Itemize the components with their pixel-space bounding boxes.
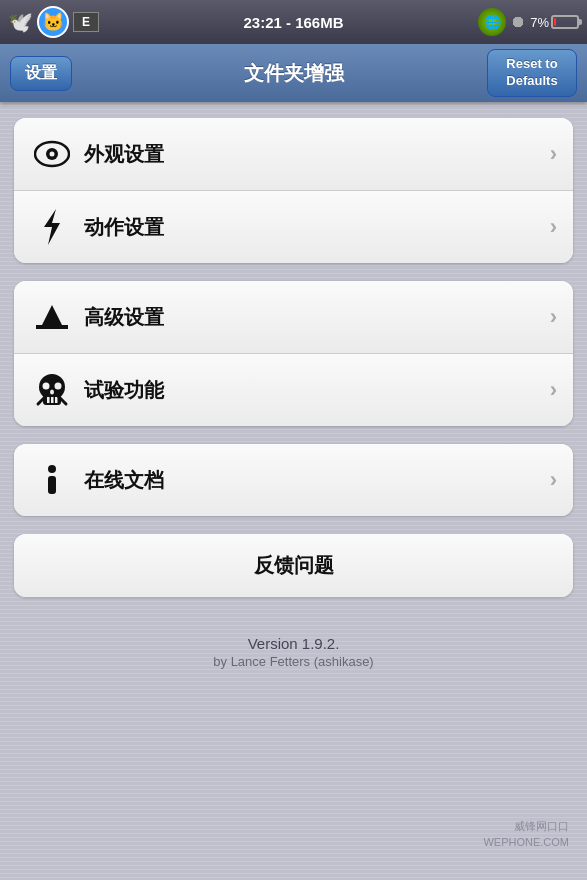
docs-label: 在线文档 <box>84 467 550 494</box>
menu-section-2: 高级设置 › <box>14 281 573 426</box>
docs-chevron: › <box>550 467 557 493</box>
version-info: Version 1.9.2. by Lance Fetters (ashikas… <box>14 615 573 679</box>
status-left-icons: 🕊️ 🐱 E <box>8 6 99 38</box>
menu-section-1: 外观设置 › 动作设置 › <box>14 118 573 263</box>
sb-app-icon: E <box>73 12 99 32</box>
actions-chevron: › <box>550 214 557 240</box>
svg-point-2 <box>50 152 55 157</box>
svg-point-9 <box>50 390 54 395</box>
version-line1: Version 1.9.2. <box>24 635 563 652</box>
menu-item-advanced[interactable]: 高级设置 › <box>14 281 573 354</box>
menu-group-1: 外观设置 › 动作设置 › <box>14 118 573 263</box>
experimental-chevron: › <box>550 377 557 403</box>
appearance-label: 外观设置 <box>84 141 550 168</box>
menu-group-3: 在线文档 › <box>14 444 573 516</box>
menu-group-2: 高级设置 › <box>14 281 573 426</box>
status-bar: 🕊️ 🐱 E 23:21 - 166MB 🌐 ⏺ 7% <box>0 0 587 44</box>
version-line2: by Lance Fetters (ashikase) <box>24 654 563 669</box>
loading-icon: ⏺ <box>510 13 526 31</box>
svg-marker-3 <box>44 209 60 245</box>
battery-percent-text: 7% <box>530 15 549 30</box>
advanced-label: 高级设置 <box>84 304 550 331</box>
svg-rect-5 <box>36 325 68 329</box>
main-content: 外观设置 › 动作设置 › <box>0 102 587 880</box>
arrow-up-icon-wrap <box>30 295 74 339</box>
feedback-section: 反馈问题 <box>14 534 573 597</box>
menu-item-docs[interactable]: 在线文档 › <box>14 444 573 516</box>
actions-label: 动作设置 <box>84 214 550 241</box>
menu-item-experimental[interactable]: 试验功能 › <box>14 354 573 426</box>
battery-fill <box>554 18 556 26</box>
eye-icon <box>34 140 70 168</box>
watermark: 威锋网口口 WEPHONE.COM <box>483 819 569 850</box>
menu-item-appearance[interactable]: 外观设置 › <box>14 118 573 191</box>
watermark-line1: 威锋网口口 <box>483 819 569 834</box>
feedback-button[interactable]: 反馈问题 <box>14 534 573 597</box>
battery-area: 7% <box>530 15 579 30</box>
menu-item-actions[interactable]: 动作设置 › <box>14 191 573 263</box>
battery-icon <box>551 15 579 29</box>
doraemon-icon: 🐱 <box>37 6 69 38</box>
svg-point-7 <box>43 383 50 390</box>
svg-point-8 <box>55 383 62 390</box>
watermark-line2: WEPHONE.COM <box>483 835 569 850</box>
wing-icon: 🕊️ <box>8 10 33 34</box>
advanced-chevron: › <box>550 304 557 330</box>
arrow-up-icon <box>36 301 68 333</box>
experimental-label: 试验功能 <box>84 377 550 404</box>
status-time: 23:21 - 166MB <box>243 14 343 31</box>
nav-title: 文件夹增强 <box>244 60 344 87</box>
feedback-label: 反馈问题 <box>254 552 334 579</box>
skull-icon-wrap <box>30 368 74 412</box>
back-button[interactable]: 设置 <box>10 56 72 91</box>
info-icon-wrap <box>30 458 74 502</box>
lightning-icon <box>38 209 66 245</box>
svg-rect-17 <box>48 476 56 494</box>
lightning-icon-wrap <box>30 205 74 249</box>
eye-icon-wrap <box>30 132 74 176</box>
svg-rect-12 <box>51 397 54 403</box>
appearance-chevron: › <box>550 141 557 167</box>
skull-icon <box>34 372 70 408</box>
reset-defaults-button[interactable]: Reset toDefaults <box>487 49 577 97</box>
svg-point-16 <box>48 465 56 473</box>
menu-section-3: 在线文档 › <box>14 444 573 516</box>
network-icon: 🌐 <box>478 8 506 36</box>
svg-rect-13 <box>55 397 58 403</box>
svg-rect-11 <box>47 397 50 403</box>
nav-bar: 设置 文件夹增强 Reset toDefaults <box>0 44 587 102</box>
status-right-icons: 🌐 ⏺ 7% <box>478 8 579 36</box>
info-icon <box>37 463 67 497</box>
